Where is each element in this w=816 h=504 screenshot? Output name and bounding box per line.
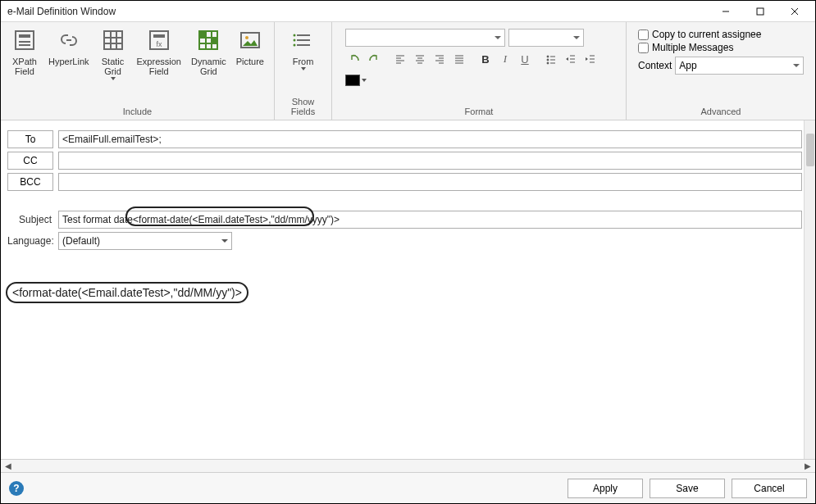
multiple-messages-input[interactable] xyxy=(638,43,649,53)
copy-assignee-input[interactable] xyxy=(638,30,649,40)
chevron-down-icon xyxy=(362,79,367,82)
body-formula: <format-date(<Email.dateTest>,"dd/MM/yy"… xyxy=(12,286,242,299)
vertical-scrollbar[interactable] xyxy=(804,120,815,459)
hyperlink-label: HyperLink xyxy=(48,57,89,66)
chevron-down-icon xyxy=(111,77,116,80)
language-combo[interactable]: (Default) xyxy=(58,232,232,250)
svg-rect-14 xyxy=(153,34,165,38)
hyperlink-button[interactable]: HyperLink xyxy=(43,25,94,105)
picture-button[interactable]: Picture xyxy=(231,25,269,105)
from-button[interactable]: From xyxy=(285,25,322,95)
italic-button[interactable]: I xyxy=(496,50,514,68)
dynamic-grid-icon xyxy=(195,27,221,53)
context-combo[interactable]: App xyxy=(675,57,804,75)
align-right-button[interactable] xyxy=(431,50,449,68)
cancel-label: Cancel xyxy=(754,483,784,494)
ribbon-group-include-items: XPath Field HyperLink Static Grid xyxy=(6,25,269,105)
font-family-combo[interactable] xyxy=(345,29,505,47)
window-title: e-Mail Definition Window xyxy=(7,6,709,17)
ribbon-group-advanced-caption: Advanced xyxy=(631,105,810,120)
svg-rect-21 xyxy=(200,32,205,37)
scroll-left-icon[interactable]: ◀ xyxy=(2,461,14,472)
horizontal-scrollbar[interactable]: ◀ ▶ xyxy=(1,459,815,472)
static-grid-button[interactable]: Static Grid xyxy=(94,25,132,105)
multiple-messages-checkbox[interactable]: Multiple Messages xyxy=(638,42,804,53)
align-left-button[interactable] xyxy=(391,50,409,68)
body-editor[interactable]: <format-date(<Email.dateTest>,"dd/MM/yy"… xyxy=(7,283,802,459)
save-button[interactable]: Save xyxy=(650,479,725,498)
language-label: Language: xyxy=(7,235,53,247)
font-color-button[interactable] xyxy=(345,71,367,89)
subject-field[interactable]: Test format date <format-date(<Email.dat… xyxy=(58,211,802,229)
undo-button[interactable] xyxy=(345,50,363,68)
align-center-button[interactable] xyxy=(411,50,429,68)
dynamic-grid-button[interactable]: Dynamic Grid xyxy=(186,25,231,105)
format-body: B I U xyxy=(337,25,621,105)
from-icon xyxy=(290,27,317,53)
bcc-label: BCC xyxy=(20,176,40,188)
minimize-button[interactable] xyxy=(709,2,743,21)
ribbon-group-showfields-caption: Show Fields xyxy=(280,95,326,120)
from-label: From xyxy=(293,57,314,66)
window-buttons xyxy=(709,2,812,21)
static-grid-icon xyxy=(100,27,126,53)
picture-label: Picture xyxy=(236,57,264,66)
cancel-button[interactable]: Cancel xyxy=(732,479,807,498)
maximize-button[interactable] xyxy=(743,2,777,21)
xpath-field-icon xyxy=(11,27,38,53)
svg-point-28 xyxy=(293,34,295,37)
svg-rect-5 xyxy=(19,34,30,38)
xpath-field-button[interactable]: XPath Field xyxy=(6,25,43,105)
save-label: Save xyxy=(676,483,698,494)
close-button[interactable] xyxy=(777,2,812,21)
bcc-field[interactable] xyxy=(58,173,802,191)
expression-field-label: Expression Field xyxy=(137,57,181,76)
bcc-button[interactable]: BCC xyxy=(7,173,53,191)
svg-point-30 xyxy=(293,44,295,47)
bold-button[interactable]: B xyxy=(476,50,495,68)
language-value: (Default) xyxy=(62,235,100,247)
help-icon[interactable]: ? xyxy=(9,481,24,496)
ribbon-group-showfields: From Show Fields xyxy=(275,22,332,120)
expression-field-icon: fx xyxy=(146,27,172,53)
copy-assignee-label: Copy to current assignee xyxy=(652,29,761,40)
dynamic-grid-label: Dynamic Grid xyxy=(191,57,226,76)
titlebar: e-Mail Definition Window xyxy=(1,1,815,22)
svg-point-47 xyxy=(547,56,549,57)
cc-label: CC xyxy=(23,155,37,166)
color-swatch xyxy=(345,75,360,86)
to-field[interactable]: <EmailFull.emailTest>; xyxy=(58,130,802,148)
copy-assignee-checkbox[interactable]: Copy to current assignee xyxy=(638,29,804,40)
to-button[interactable]: To xyxy=(7,130,53,148)
ribbon-group-showfields-items: From xyxy=(280,25,326,95)
apply-button[interactable]: Apply xyxy=(568,479,643,498)
ribbon-group-format: B I U Format xyxy=(332,22,627,120)
apply-label: Apply xyxy=(593,483,618,494)
underline-button[interactable]: U xyxy=(516,50,534,68)
ribbon-group-include: XPath Field HyperLink Static Grid xyxy=(1,22,275,120)
cc-field[interactable] xyxy=(58,152,802,170)
redo-button[interactable] xyxy=(365,50,383,68)
svg-point-24 xyxy=(245,36,248,39)
subject-label: Subject xyxy=(7,214,53,225)
outdent-button[interactable] xyxy=(562,50,580,68)
subject-wrap: Test format date <format-date(<Email.dat… xyxy=(58,211,802,229)
align-justify-button[interactable] xyxy=(450,50,468,68)
email-definition-window: e-Mail Definition Window XPath Field xyxy=(0,0,816,504)
xpath-field-label: XPath Field xyxy=(12,57,37,76)
chevron-down-icon xyxy=(221,239,228,243)
indent-button[interactable] xyxy=(581,50,599,68)
scroll-right-icon[interactable]: ▶ xyxy=(802,461,814,472)
cc-button[interactable]: CC xyxy=(7,152,53,170)
advanced-body: Copy to current assignee Multiple Messag… xyxy=(631,25,810,105)
multiple-messages-label: Multiple Messages xyxy=(652,42,733,53)
font-size-combo[interactable] xyxy=(508,29,584,47)
bullet-list-button[interactable] xyxy=(542,50,560,68)
svg-rect-22 xyxy=(212,39,217,43)
chevron-down-icon xyxy=(301,67,306,70)
hyperlink-icon xyxy=(56,27,82,53)
to-value: <EmailFull.emailTest>; xyxy=(62,134,162,145)
context-label: Context xyxy=(638,60,672,71)
expression-field-button[interactable]: fx Expression Field xyxy=(132,25,186,105)
svg-point-51 xyxy=(547,62,549,64)
